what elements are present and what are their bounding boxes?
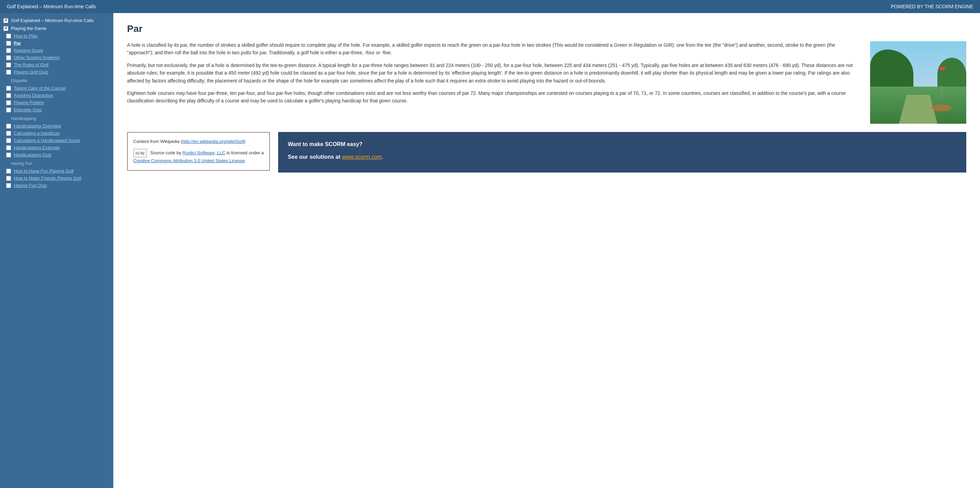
sidebar-root-golf-explained[interactable]: Golf Explained – Minimum Run-time Calls — [0, 16, 113, 24]
checkbox-etiquette-quiz — [6, 108, 11, 112]
checkbox-par — [6, 41, 11, 46]
sidebar-item-taking-care[interactable]: Taking Care of the Course — [0, 85, 113, 92]
bottom-row: Content from Wikipedia (http://en.wikipe… — [127, 132, 966, 172]
cc-suffix: is licensed under a — [227, 150, 264, 155]
sidebar-item-calculating-handicap[interactable]: Calculating a Handicap — [0, 129, 113, 137]
scorm-line2: See our solutions at www.scorm.com. — [288, 152, 957, 162]
link-how-to-play[interactable]: How to Play — [14, 33, 37, 38]
image-dirt-patch — [931, 104, 952, 112]
sidebar-item-other-scoring[interactable]: Other Scoring Systems — [0, 54, 113, 61]
link-handicapping-example[interactable]: Handicapping Example — [14, 145, 60, 150]
link-etiquette-quiz[interactable]: Etiquette Quiz — [14, 107, 42, 112]
checkbox-how-to-make-friends — [6, 176, 11, 181]
checkbox-taking-care — [6, 86, 11, 91]
paragraph-2: Primarily, but not exclusively, the par … — [127, 62, 862, 85]
link-rules-of-golf[interactable]: The Rules of Golf — [14, 62, 48, 67]
sidebar-item-handicapping-overview[interactable]: Handicapping Overview — [0, 122, 113, 129]
sidebar-item-how-to-play[interactable]: How to Play — [0, 32, 113, 40]
powered-by: POWERED BY THE SCORM ENGINE — [891, 4, 973, 9]
cc-icon: cc by — [133, 149, 147, 158]
cc-text: Source code by — [150, 150, 181, 155]
content-area: A hole is classified by its par, the num… — [127, 41, 966, 124]
link-par[interactable]: Par — [14, 41, 21, 46]
checkbox-handicapping-overview — [6, 124, 11, 129]
scorm-line2-label: See our solutions at — [288, 154, 340, 160]
golf-course-image — [870, 41, 966, 124]
scorm-link[interactable]: www.scorm.com — [342, 154, 382, 160]
checkbox-how-to-have-fun — [6, 169, 11, 174]
link-handicapping-overview[interactable]: Handicapping Overview — [14, 123, 61, 129]
section-label-etiquette: Etiquette — [0, 76, 113, 85]
link-playing-golf-quiz[interactable]: Playing Golf Quiz — [14, 69, 48, 75]
sidebar-item-how-to-make-friends[interactable]: How to Make Friends Playing Golf — [0, 175, 113, 182]
checkbox-avoiding-distraction — [6, 93, 11, 98]
scorm-line1: Want to make SCORM easy? — [288, 140, 957, 150]
layout: Golf Explained – Minimum Run-time Calls … — [0, 13, 980, 488]
cc-license-line: Creative Commons Attribution 3.0 United … — [133, 157, 264, 164]
image-flag — [940, 67, 945, 70]
link-keeping-score[interactable]: Keeping Score — [14, 48, 43, 53]
cc-license-link[interactable]: Creative Commons Attribution 3.0 United … — [133, 158, 245, 163]
checkbox-calculating-handicapped-score — [6, 138, 11, 143]
main-content: Par A hole is classified by its par, the… — [113, 13, 980, 488]
content-text: A hole is classified by its par, the num… — [127, 41, 862, 124]
sidebar-item-calculating-handicapped-score[interactable]: Calculating a Handicapped Score — [0, 137, 113, 144]
scorm-box: Want to make SCORM easy? See our solutio… — [278, 132, 966, 172]
link-other-scoring[interactable]: Other Scoring Systems — [14, 55, 60, 60]
sidebar-item-playing-golf-quiz[interactable]: Playing Golf Quiz — [0, 69, 113, 76]
sidebar-item-handicapping-quiz[interactable]: Handicapping Quiz — [0, 151, 113, 158]
sidebar-item-etiquette-quiz[interactable]: Etiquette Quiz — [0, 106, 113, 113]
link-having-fun-quiz[interactable]: Having Fun Quiz — [14, 183, 47, 188]
link-taking-care[interactable]: Taking Care of the Course — [14, 86, 65, 91]
checkbox-handicapping-example — [6, 145, 11, 150]
sidebar-item-avoiding-distraction[interactable]: Avoiding Distraction — [0, 92, 113, 99]
sidebar: Golf Explained – Minimum Run-time Calls … — [0, 13, 113, 488]
link-handicapping-quiz[interactable]: Handicapping Quiz — [14, 152, 51, 157]
wikipedia-link[interactable]: http://en.wikipedia.org/wiki/Golf — [182, 139, 244, 144]
wikipedia-box: Content from Wikipedia (http://en.wikipe… — [127, 132, 270, 171]
sidebar-item-handicapping-example[interactable]: Handicapping Example — [0, 144, 113, 151]
wikipedia-content-line: Content from Wikipedia (http://en.wikipe… — [133, 138, 264, 145]
page-title: Par — [127, 23, 966, 34]
wikipedia-cc-line: cc by Source code by Rustici Software, L… — [133, 149, 264, 158]
paragraph-3: Eighteen hole courses may have four par-… — [127, 89, 862, 105]
top-bar: Golf Explained – Minimum Run-time Calls … — [0, 0, 980, 13]
sidebar-root-playing-the-game[interactable]: Playing the Game — [0, 24, 113, 32]
app-title: Golf Explained – Minimum Run-time Calls — [7, 4, 96, 9]
paragraph-1: A hole is classified by its par, the num… — [127, 41, 862, 57]
checkbox-having-fun-quiz — [6, 183, 11, 188]
sidebar-item-how-to-have-fun[interactable]: How to Have Fun Playing Golf — [0, 167, 113, 175]
link-how-to-make-friends[interactable]: How to Make Friends Playing Golf — [14, 175, 81, 181]
scorm-suffix: . — [382, 154, 383, 160]
wikipedia-suffix: ) — [244, 139, 245, 144]
section-label-handicapping: Handicapping — [0, 113, 113, 122]
sidebar-item-rules-of-golf[interactable]: The Rules of Golf — [0, 61, 113, 69]
checkbox-playing-politely — [6, 100, 11, 105]
checkbox-other-scoring — [6, 55, 11, 60]
image-flag-pole — [942, 85, 942, 99]
link-playing-politely[interactable]: Playing Politely — [14, 100, 44, 105]
sidebar-item-playing-politely[interactable]: Playing Politely — [0, 99, 113, 106]
checkbox-playing-golf-quiz — [6, 70, 11, 75]
wikipedia-prefix: Content from Wikipedia ( — [133, 139, 182, 144]
checkbox-handicapping-quiz — [6, 153, 11, 157]
cc-link[interactable]: Rustici Software, LLC — [182, 150, 225, 155]
checkbox-how-to-play — [6, 33, 11, 38]
sidebar-item-having-fun-quiz[interactable]: Having Fun Quiz — [0, 182, 113, 189]
checkbox-calculating-handicap — [6, 131, 11, 136]
sidebar-item-par[interactable]: Par — [0, 40, 113, 47]
sidebar-root-golf-explained-label: Golf Explained – Minimum Run-time Calls — [11, 18, 94, 23]
link-avoiding-distraction[interactable]: Avoiding Distraction — [14, 93, 53, 98]
checkbox-golf-explained — [3, 18, 8, 23]
link-calculating-handicapped-score[interactable]: Calculating a Handicapped Score — [14, 138, 80, 143]
link-calculating-handicap[interactable]: Calculating a Handicap — [14, 131, 60, 136]
cc-end: . — [245, 158, 246, 163]
section-label-having-fun: Having Fun — [0, 158, 113, 167]
checkbox-rules-of-golf — [6, 62, 11, 67]
checkbox-keeping-score — [6, 48, 11, 53]
link-how-to-have-fun[interactable]: How to Have Fun Playing Golf — [14, 168, 73, 174]
checkbox-playing-the-game — [3, 26, 8, 31]
scorm-line1-text: Want to make SCORM easy? — [288, 141, 362, 147]
sidebar-root-playing-the-game-label: Playing the Game — [11, 26, 46, 31]
sidebar-item-keeping-score[interactable]: Keeping Score — [0, 47, 113, 54]
